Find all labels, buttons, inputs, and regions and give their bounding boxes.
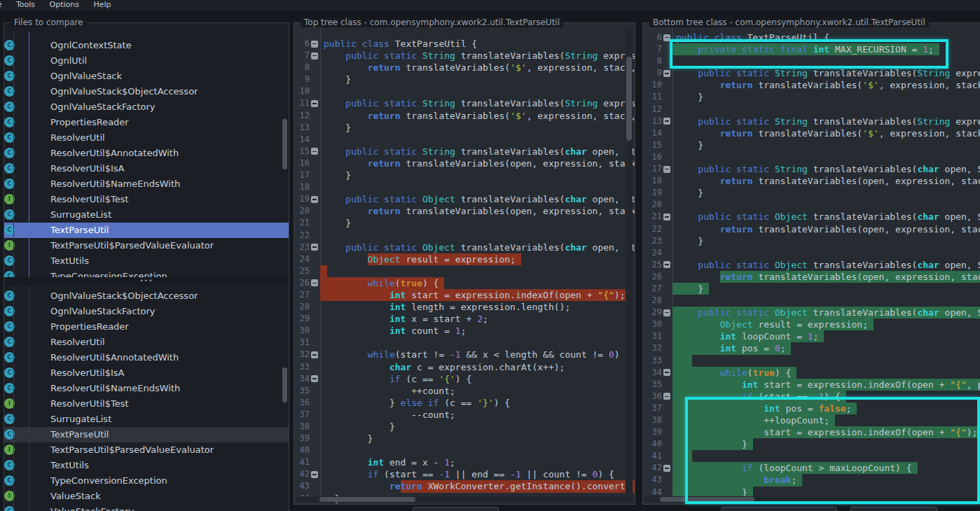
menu-file[interactable]: File	[0, 0, 1, 9]
code-line[interactable]: 35 ++count;	[294, 385, 635, 397]
code-line[interactable]: 21 }	[294, 217, 635, 229]
fold-collapse-icon[interactable]	[311, 52, 318, 59]
code-line[interactable]: 41 int end = x - 1;	[294, 456, 635, 468]
code-line[interactable]: 18 return translateVariables(open, expre…	[643, 175, 980, 187]
code-text[interactable]: int x = start + 2;	[320, 313, 635, 325]
code-text[interactable]: while(start != -1 && x < length && count…	[320, 349, 635, 360]
tree-item-ResolverUtil$Test[interactable]: IResolverUtil$Test	[4, 192, 289, 207]
menu-tools[interactable]: Tools	[16, 0, 35, 9]
code-line[interactable]: 26 while(true) {	[294, 277, 635, 289]
code-text[interactable]: if (start == -1 || end == -1 || count !=…	[320, 468, 635, 480]
code-text[interactable]	[672, 151, 980, 163]
code-line[interactable]: 12 return translateVariables('$', expres…	[294, 110, 635, 122]
tree-item-OgnlContextState[interactable]: COgnlContextState	[4, 38, 289, 53]
code-text[interactable]: }	[320, 122, 635, 134]
fold-collapse-icon[interactable]	[663, 166, 670, 173]
cutoff-button-under-bottom-editor[interactable]	[721, 507, 837, 511]
code-text[interactable]: char c = expression.charAt(x++);	[320, 361, 635, 373]
code-line[interactable]: 20	[643, 199, 980, 211]
tree-item-ResolverUtil[interactable]: CResolverUtil	[4, 130, 289, 146]
top-file-tree[interactable]: COgnlContextStateCOgnlUtilCOgnlValueStac…	[4, 31, 289, 284]
tree-item-TextParseUtil[interactable]: CTextParseUtil	[4, 427, 289, 442]
fold-collapse-icon[interactable]	[311, 471, 318, 478]
code-line[interactable]: 23 public static Object translateVariabl…	[294, 241, 635, 253]
code-line[interactable]: 34 if (c == '{') {	[294, 373, 635, 385]
code-text[interactable]: }	[320, 169, 635, 181]
top-tree-vertical-scrollbar-thumb[interactable]	[282, 119, 287, 169]
tree-item-SurrugateList[interactable]: CSurrugateList	[4, 412, 289, 427]
code-line[interactable]: 39 }	[294, 433, 635, 444]
code-line[interactable]: 13 public static String translateVariabl…	[643, 115, 980, 127]
code-line[interactable]: 29 int x = start + 2;	[294, 313, 635, 325]
tree-item-OgnlUtil[interactable]: COgnlUtil	[4, 53, 289, 69]
code-line[interactable]: 13 }	[294, 122, 635, 134]
code-text[interactable]: int end = x - 1;	[320, 456, 635, 468]
code-line[interactable]: 21 public static Object translateVariabl…	[643, 211, 980, 223]
top-editor-viewport[interactable]: 6public class TextParseUtil {7 public st…	[294, 23, 635, 504]
top-editor-vertical-scrollbar[interactable]	[626, 26, 633, 494]
code-text[interactable]: int pos = 0;	[672, 342, 980, 354]
code-text[interactable]: return translateVariables('$', expressio…	[672, 127, 980, 139]
code-text[interactable]: }	[320, 421, 635, 433]
code-line[interactable]: 11 }	[643, 91, 980, 103]
code-text[interactable]: return translateVariables('$', expressio…	[320, 110, 635, 122]
fold-collapse-icon[interactable]	[663, 261, 670, 268]
code-line[interactable]: 42 if (start == -1 || end == -1 || count…	[294, 468, 635, 480]
code-text[interactable]: int start = expression.indexOf(open + "{…	[320, 289, 635, 301]
code-line[interactable]: 25 public static Object translateVariabl…	[643, 259, 980, 271]
tree-item-OgnlValueStack$ObjectAccessor[interactable]: COgnlValueStack$ObjectAccessor	[4, 84, 289, 99]
tree-item-OgnlValueStackFactory[interactable]: COgnlValueStackFactory	[4, 304, 289, 319]
code-line[interactable]: 36 } else if (c == '}') {	[294, 397, 635, 409]
code-text[interactable]: public static String translateVariables(…	[672, 115, 980, 127]
tree-item-TextParseUtil[interactable]: CTextParseUtil	[4, 223, 289, 238]
bottom-tree-vertical-scrollbar-thumb[interactable]	[282, 368, 287, 402]
fold-collapse-icon[interactable]	[311, 148, 318, 155]
code-text[interactable]: if (c == '{') {	[320, 373, 635, 385]
fold-collapse-icon[interactable]	[311, 279, 318, 286]
code-text[interactable]	[320, 85, 635, 97]
code-text[interactable]: public static Object translateVariables(…	[320, 241, 635, 253]
tree-item-OgnlValueStackFactory[interactable]: COgnlValueStackFactory	[4, 99, 289, 115]
code-text[interactable]	[320, 230, 635, 241]
code-text[interactable]: int start = expression.indexOf(open + "{…	[672, 379, 980, 391]
code-text[interactable]: }	[672, 235, 980, 247]
code-text[interactable]: return translateVariables(open, expressi…	[672, 271, 980, 283]
code-text[interactable]	[672, 199, 980, 211]
code-text[interactable]	[672, 247, 980, 259]
tree-item-PropertiesReader[interactable]: CPropertiesReader	[4, 319, 289, 335]
tree-item-ResolverUtil$AnnotatedWith[interactable]: CResolverUtil$AnnotatedWith	[4, 350, 289, 365]
tree-item-ValueStack[interactable]: IValueStack	[4, 489, 289, 504]
menu-help[interactable]: Help	[93, 0, 111, 9]
code-text[interactable]	[672, 295, 980, 307]
code-line[interactable]: 23 }	[643, 235, 980, 247]
code-line[interactable]: 40	[294, 444, 635, 456]
fold-collapse-icon[interactable]	[311, 375, 318, 382]
code-text[interactable]	[320, 265, 635, 277]
code-line[interactable]: 6public class TextParseUtil {	[294, 38, 635, 50]
code-line[interactable]: 32 while(start != -1 && x < length && co…	[294, 349, 635, 360]
code-line[interactable]: 17 public static String translateVariabl…	[643, 163, 980, 175]
code-line[interactable]: 37 --count;	[294, 409, 635, 421]
code-line[interactable]: 19 }	[643, 187, 980, 199]
code-line[interactable]: 7 public static String translateVariable…	[294, 50, 635, 62]
code-line[interactable]: 28	[643, 295, 980, 307]
code-text[interactable]: return XWorkConverter.getInstance().conv…	[320, 480, 635, 492]
fold-collapse-icon[interactable]	[663, 118, 670, 125]
code-text[interactable]: while(true) {	[672, 367, 980, 379]
fold-collapse-icon[interactable]	[311, 351, 318, 358]
code-text[interactable]: }	[320, 217, 635, 229]
code-text[interactable]: return translateVariables(open, expressi…	[672, 223, 980, 235]
code-line[interactable]: 26 return translateVariables(open, expre…	[643, 271, 980, 283]
code-text[interactable]: return translateVariables('$', expressio…	[320, 62, 635, 74]
tree-item-TextParseUtil$ParsedValueEvaluator[interactable]: ITextParseUtil$ParsedValueEvaluator	[4, 238, 289, 253]
code-text[interactable]: public static String translateVariables(…	[320, 146, 635, 158]
code-line[interactable]: 22	[294, 230, 635, 241]
code-line[interactable]: 11 public static String translateVariabl…	[294, 97, 635, 109]
code-line[interactable]: 30 int count = 1;	[294, 325, 635, 337]
tree-item-OgnlValueStack[interactable]: COgnlValueStack	[4, 69, 289, 84]
code-text[interactable]: }	[672, 91, 980, 103]
code-line[interactable]: 25	[294, 265, 635, 277]
code-line[interactable]: 14	[294, 134, 635, 146]
code-line[interactable]: 35 int start = expression.indexOf(open +…	[643, 379, 980, 391]
code-line[interactable]: 18	[294, 181, 635, 193]
